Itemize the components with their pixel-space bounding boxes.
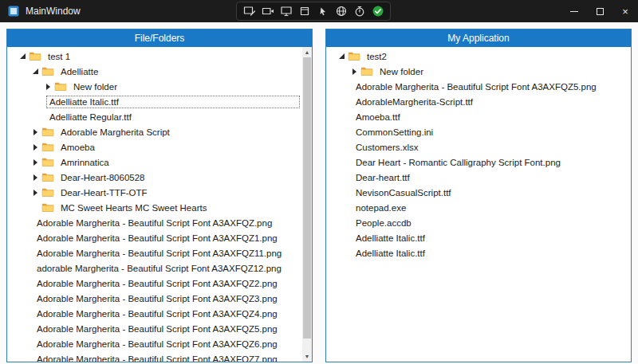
my-application-tree: test2New folderAdorable Margherita - Bea…	[326, 47, 631, 362]
folder-icon	[41, 142, 54, 152]
close-button[interactable]: ×	[612, 0, 638, 22]
folder-icon	[41, 172, 54, 182]
minimize-button[interactable]	[561, 0, 587, 22]
tree-item-file[interactable]: Adorable Margherita - Beautiful Script F…	[7, 276, 301, 291]
tree-item-label: NevisonCasualScript.ttf	[352, 186, 629, 199]
tree-item-file[interactable]: Customers.xlsx	[326, 139, 631, 155]
tree-item-folder[interactable]: test 1	[7, 49, 301, 64]
tree-collapsed-icon[interactable]	[29, 141, 41, 154]
tree-item-label: Dear-Heart-TTF-OTF	[57, 186, 151, 199]
globe-icon[interactable]	[333, 3, 349, 19]
tree-expanded-icon[interactable]	[335, 50, 348, 63]
screen-annotate-icon[interactable]	[241, 3, 258, 19]
tree-item-file[interactable]: notepad.exe	[326, 200, 631, 215]
tree-item-file[interactable]: Adorable Margherita - Beautiful Script F…	[7, 245, 301, 260]
tree-item-folder[interactable]: Dear-Heart-8060528	[7, 170, 301, 185]
tree-item-label: Adorable Margherita - Beautiful Script F…	[33, 292, 300, 305]
file-folders-tree: test 1AdelliatteNew folderAdelliatte Ita…	[7, 47, 301, 362]
tree-item-file[interactable]: Adelliatte Italic.ttf	[7, 94, 301, 109]
tree-item-label: Adorable Margherita Script	[57, 126, 173, 139]
scrollbar-down-button[interactable]: ▼	[302, 351, 312, 362]
left-tree-scrollbar[interactable]: ▲ ▼	[302, 47, 312, 362]
minimize-icon	[570, 11, 578, 12]
tree-item-file[interactable]: Adorable Margherita - Beautiful Script F…	[7, 230, 301, 245]
tree-item-file[interactable]: Adorable Margherita - Beautiful Script F…	[7, 351, 301, 362]
tree-item-file[interactable]: Adelliatte Italic.ttf	[326, 245, 631, 260]
cursor-capture-icon[interactable]	[314, 3, 331, 19]
right-panel-header: My Application	[326, 29, 631, 47]
tree-item-label: Adorable Margherita - Beautiful Script F…	[352, 80, 629, 93]
tree-item-label: Adelliatte	[57, 65, 101, 78]
tree-item-file[interactable]: Dear-heart.ttf	[326, 170, 631, 185]
tree-item-label: Dear-heart.ttf	[352, 171, 629, 184]
timer-icon[interactable]	[351, 3, 368, 19]
scrollbar-up-button[interactable]: ▲	[302, 47, 312, 57]
tree-item-folder[interactable]: New folder	[7, 79, 301, 94]
maximize-button[interactable]	[587, 0, 612, 22]
tree-collapsed-icon[interactable]	[29, 126, 41, 139]
tree-item-label: test2	[364, 50, 390, 63]
maximize-icon	[597, 8, 604, 15]
tree-item-file[interactable]: Adorable Margherita - Beautiful Script F…	[7, 336, 301, 351]
tree-item-label: notepad.exe	[352, 202, 629, 214]
titlebar: MainWindow ×	[0, 0, 638, 22]
tree-item-label: Adelliatte Regular.ttf	[46, 111, 300, 123]
tree-item-file[interactable]: Adorable Margherita - Beautiful Script F…	[7, 306, 301, 321]
tree-item-label: Adelliatte Italic.ttf	[352, 247, 629, 260]
tree-item-file[interactable]: Adorable Margherita - Beautiful Script F…	[7, 321, 301, 336]
tree-item-file[interactable]: Dear Heart - Romantic Calligraphy Script…	[326, 155, 631, 170]
file-folders-tree-area: test 1AdelliatteNew folderAdelliatte Ita…	[7, 47, 312, 362]
tree-collapsed-icon[interactable]	[29, 186, 41, 199]
tree-item-folder[interactable]: MC Sweet Hearts MC Sweet Hearts	[7, 200, 301, 215]
video-record-icon[interactable]	[259, 3, 276, 19]
folder-icon	[41, 202, 54, 213]
tree-collapsed-icon[interactable]	[348, 65, 360, 78]
tree-item-label: adorable Margherita - Beautiful Script F…	[33, 262, 300, 275]
tree-item-file[interactable]: Amoeba.ttf	[326, 109, 631, 124]
window-capture-icon[interactable]	[296, 3, 313, 19]
tree-item-file[interactable]: Adorable Margherita - Beautiful Script F…	[7, 291, 301, 306]
tree-collapsed-icon[interactable]	[29, 171, 41, 184]
tree-item-file[interactable]: AdorableMargherita-Script.ttf	[326, 94, 631, 109]
tree-item-label: New folder	[70, 80, 120, 93]
success-check-icon[interactable]	[369, 3, 386, 19]
tree-item-file[interactable]: Adelliatte Italic.ttf	[326, 230, 631, 245]
tree-item-file[interactable]: adorable Margherita - Beautiful Script F…	[7, 260, 301, 276]
tree-item-label: Adorable Margherita - Beautiful Script F…	[33, 323, 300, 335]
tree-item-label: Adorable Margherita - Beautiful Script F…	[33, 353, 300, 362]
left-panel-header: File/Folders	[7, 29, 312, 47]
tree-item-label: Adorable Margherita - Beautiful Script F…	[33, 277, 300, 290]
monitor-cursor-icon[interactable]	[278, 3, 294, 19]
tree-item-label: Adelliatte Italic.ttf	[46, 96, 300, 108]
tree-expanded-icon[interactable]	[16, 50, 29, 63]
tree-item-file[interactable]: Adelliatte Regular.ttf	[7, 109, 301, 124]
tree-item-file[interactable]: Adorable Margherita - Beautiful Script F…	[7, 215, 301, 230]
tree-item-file[interactable]: Adorable Margherita - Beautiful Script F…	[326, 79, 631, 94]
tree-item-file[interactable]: CommonSetting.ini	[326, 124, 631, 139]
tree-item-label: test 1	[45, 50, 73, 63]
folder-icon	[54, 81, 67, 92]
tree-item-file[interactable]: NevisonCasualScript.ttf	[326, 185, 631, 200]
folder-icon	[41, 127, 54, 137]
tree-item-folder[interactable]: Adelliatte	[7, 64, 301, 79]
window-controls: ×	[561, 0, 638, 22]
window-title: MainWindow	[26, 6, 81, 17]
tree-item-label: Dear-Heart-8060528	[57, 171, 148, 184]
tree-item-label: Amrinnatica	[57, 156, 112, 169]
tree-item-folder[interactable]: test2	[326, 49, 631, 64]
scrollbar-thumb[interactable]	[303, 57, 311, 339]
tree-collapsed-icon[interactable]	[41, 80, 54, 93]
folder-icon	[360, 66, 373, 76]
tree-collapsed-icon[interactable]	[29, 156, 41, 169]
tree-expanded-icon[interactable]	[29, 65, 41, 78]
tree-item-folder[interactable]: Amoeba	[7, 139, 301, 155]
tree-item-folder[interactable]: Adorable Margherita Script	[7, 124, 301, 139]
tree-item-label: Adorable Margherita - Beautiful Script F…	[33, 217, 300, 229]
tree-item-folder[interactable]: Amrinnatica	[7, 155, 301, 170]
tree-item-label: CommonSetting.ini	[352, 126, 629, 139]
tree-item-folder[interactable]: New folder	[326, 64, 631, 79]
folder-icon	[29, 51, 41, 61]
tree-item-folder[interactable]: Dear-Heart-TTF-OTF	[7, 185, 301, 200]
tree-item-label: New folder	[376, 65, 427, 78]
tree-item-file[interactable]: People.accdb	[326, 215, 631, 230]
